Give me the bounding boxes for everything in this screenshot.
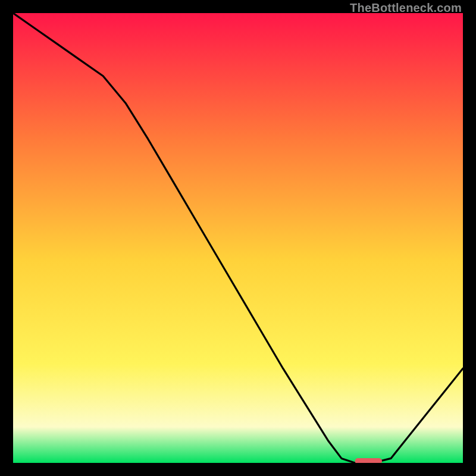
gradient-background xyxy=(13,13,463,463)
plot-area xyxy=(13,13,463,463)
chart-frame: TheBottleneck.com xyxy=(0,0,476,476)
optimal-marker xyxy=(355,458,382,463)
bottleneck-chart xyxy=(13,13,463,463)
